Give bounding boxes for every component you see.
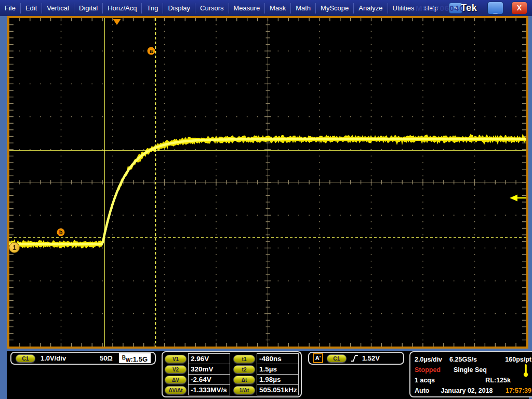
model-label: MSO70604C [416, 4, 466, 12]
readout-value: 320mV [188, 364, 230, 375]
bandwidth-readout[interactable]: BW:1.5G [119, 353, 151, 363]
readout-badge[interactable]: ΔV [165, 376, 187, 384]
channel-settings-panel[interactable]: C1 1.0V/div 50Ω BW:1.5G [10, 352, 156, 365]
rising-edge-icon [350, 354, 358, 363]
cursor-row-v-2: ΔV-2.64V [165, 375, 230, 385]
readout-value: 2.96V [188, 353, 230, 364]
menu-digital[interactable]: Digital [74, 0, 102, 16]
cursor-row-t-1: t21.5µs [233, 364, 299, 375]
graticule: ab [9, 18, 526, 347]
trigger-position-icon[interactable] [113, 19, 121, 25]
date-readout: January 02, 2018 [441, 387, 493, 394]
close-button[interactable]: X [511, 2, 527, 15]
acquisition-state: Stopped [415, 366, 456, 374]
menu-math[interactable]: Math [291, 0, 315, 16]
clock-readout: 17:57:39 [506, 387, 531, 394]
readout-badge[interactable]: Δt [233, 376, 255, 384]
sample-rate-readout: 6.25GS/s [449, 356, 477, 363]
readout-value: -1.333MV/s [188, 384, 230, 395]
trigger-panel[interactable]: A' C1 1.52V [308, 352, 404, 365]
trigger-source-label: A' [313, 353, 323, 363]
menu-bar: FileEditVerticalDigitalHoriz/AcqTrigDisp… [0, 0, 532, 16]
cursor-row-v-0: V12.96V [165, 354, 230, 364]
acquisition-count: 1 acqs [415, 377, 435, 384]
timebase-readout: 2.0µs/div [415, 356, 442, 363]
tek-logo: Tek [461, 3, 477, 14]
readout-badge[interactable]: t1 [233, 355, 255, 363]
menu-measure[interactable]: Measure [229, 0, 265, 16]
cursor-a-label[interactable]: a [148, 47, 155, 55]
readout-badge[interactable]: V1 [165, 355, 187, 363]
readout-badge[interactable]: ΔV/Δt [165, 386, 187, 394]
trigger-level-readout: 1.52V [362, 354, 380, 362]
cursor-b-label[interactable]: b [57, 229, 65, 236]
menu-cursors[interactable]: Cursors [195, 0, 229, 16]
cursor-row-t-2: Δt1.98µs [233, 375, 299, 385]
trigger-mode-readout: Auto [415, 387, 429, 394]
cursor-row-t-3: 1/Δt505.051kHz [233, 385, 299, 395]
cursor-readout-panel: V12.96VV2320mVΔV-2.64VΔV/Δt-1.333MV/s t1… [162, 351, 302, 397]
menu-mask[interactable]: Mask [265, 0, 290, 16]
cursor-row-v-3: ΔV/Δt-1.333MV/s [165, 385, 230, 395]
cursor-row-t-0: t1-480ns [233, 354, 299, 364]
readout-value: -480ns [257, 353, 299, 364]
menu-vertical[interactable]: Vertical [42, 0, 74, 16]
readout-value: 1.5µs [257, 364, 299, 375]
menu-horiz-acq[interactable]: Horiz/Acq [103, 0, 141, 16]
termination-readout: 50Ω [100, 354, 113, 362]
readout-bar: C1 1.0V/div 50Ω BW:1.5G V12.96VV2320mVΔV… [7, 351, 529, 399]
menu-analyze[interactable]: Analyze [354, 0, 387, 16]
channel-badge[interactable]: C1 [16, 354, 35, 363]
resolution-readout: 160ps/pt [505, 356, 531, 363]
acquisition-panel: 2.0µs/div 6.25GS/s 160ps/pt Stopped Sing… [409, 351, 532, 397]
record-length-readout: RL:125k [485, 377, 511, 384]
menu-display[interactable]: Display [163, 0, 195, 16]
readout-value: -2.64V [188, 374, 230, 385]
menu-file[interactable]: File [0, 0, 20, 16]
menu-edit[interactable]: Edit [21, 0, 42, 16]
trigger-channel-badge: C1 [327, 354, 347, 363]
readout-value: 1.98µs [257, 374, 299, 385]
readout-value: 505.051kHz [257, 384, 299, 395]
menu-myscope[interactable]: MyScope [316, 0, 353, 16]
menu-trig[interactable]: Trig [142, 0, 163, 16]
readout-badge[interactable]: 1/Δt [233, 386, 255, 394]
minimize-button[interactable]: _ [487, 2, 503, 15]
vertical-scale-readout: 1.0V/div [41, 354, 66, 362]
cursor-row-v-1: V2320mV [165, 364, 230, 375]
readout-badge[interactable]: t2 [233, 365, 255, 374]
readout-badge[interactable]: V2 [165, 365, 187, 374]
channel1-reference-marker[interactable]: 1 [9, 242, 20, 253]
acquisition-mode: Single Seq [454, 366, 487, 374]
svg-text:b: b [59, 229, 63, 235]
svg-text:a: a [150, 48, 153, 54]
waveform-display[interactable]: ab 1 [7, 16, 528, 349]
menu-utilities[interactable]: Utilities [388, 0, 419, 16]
